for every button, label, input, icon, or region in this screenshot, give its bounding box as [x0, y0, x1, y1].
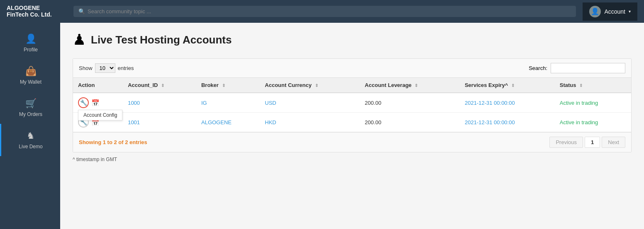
account-id-link[interactable]: 1001 [128, 119, 140, 125]
currency-cell: HKD [260, 113, 360, 132]
status-cell: Active in trading [555, 93, 631, 113]
col-action: Action [73, 78, 123, 93]
content-area: ♟ Live Test Hosting Accounts Show 10 25 … [60, 23, 644, 229]
action-cell: 🔧 📅 Account Config [73, 93, 123, 113]
pagination: Previous 1 Next [549, 137, 625, 148]
logo-name: ALGOGENE [7, 5, 52, 11]
currency-link[interactable]: HKD [265, 119, 276, 125]
action-icons: 🔧 📅 Account Config [78, 97, 118, 108]
expiry-value: 2021-12-31 00:00:00 [465, 119, 515, 125]
page-title-container: ♟ Live Test Hosting Accounts [73, 31, 632, 48]
leverage-cell: 200.00 [360, 113, 460, 132]
col-services-expiry[interactable]: Services Expiry^ ⇕ [460, 78, 555, 93]
main-layout: 👤 Profile 👜 My Wallet 🛒 My Orders ♞ Live… [0, 23, 644, 229]
account-id-link[interactable]: 1000 [128, 100, 140, 106]
expiry-cell: 2021-12-31 00:00:00 [460, 93, 555, 113]
sidebar-item-label: My Orders [19, 111, 42, 117]
search-label: Search: [529, 65, 547, 71]
live-demo-icon: ♞ [27, 130, 35, 141]
sidebar-item-my-orders[interactable]: 🛒 My Orders [0, 92, 60, 124]
search-bar[interactable]: 🔍 [73, 6, 576, 17]
showing-text: Showing 1 to 2 of 2 entries [79, 139, 147, 145]
sidebar-item-label: My Wallet [20, 79, 41, 85]
sort-arrows-currency: ⇕ [315, 83, 318, 88]
status-badge: Active in trading [560, 119, 598, 125]
table-search-input[interactable] [551, 63, 625, 73]
account-id-cell: 1000 [123, 93, 196, 113]
logo-subtitle: FinTech Co. Ltd. [7, 12, 52, 18]
footnote: ^ timestamp in GMT [73, 157, 632, 162]
col-account-leverage[interactable]: Account Leverage ⇕ [360, 78, 460, 93]
table-controls: Show 10 25 50 entries Search: [73, 59, 631, 78]
sidebar-item-label: Live Demo [19, 144, 42, 149]
next-button[interactable]: Next [602, 137, 625, 148]
orders-icon: 🛒 [25, 98, 37, 109]
currency-link[interactable]: USD [265, 100, 276, 106]
accounts-table: Action Account_ID ⇕ Broker ⇕ Account Cur… [73, 78, 631, 132]
sort-arrows-leverage: ⇕ [415, 83, 418, 88]
account-config-tooltip: Account Config [78, 110, 122, 121]
account-label: Account [604, 8, 625, 15]
account-id-cell: 1001 [123, 113, 196, 132]
table-row: 🔧 📅 Account Config 1000 IG USD 200.00 20… [73, 93, 631, 113]
broker-link[interactable]: IG [201, 100, 207, 106]
top-navigation: ALGOGENE FinTech Co. Ltd. 🔍 👤 Account ▾ [0, 0, 644, 23]
search-icon: 🔍 [78, 8, 85, 14]
status-badge: Active in trading [560, 100, 598, 106]
sort-arrows-expiry: ⇕ [511, 83, 515, 88]
expiry-cell: 2021-12-31 00:00:00 [460, 113, 555, 132]
sidebar-item-profile[interactable]: 👤 Profile [0, 27, 60, 59]
chevron-down-icon: ▾ [629, 9, 631, 14]
account-button[interactable]: 👤 Account ▾ [583, 2, 637, 21]
table-row: 🔧 📅 1001 ALGOGENE HKD 200.00 2021-12-31 … [73, 113, 631, 132]
wallet-icon: 👜 [25, 66, 37, 77]
col-broker[interactable]: Broker ⇕ [196, 78, 260, 93]
leverage-cell: 200.00 [360, 93, 460, 113]
sort-arrows-account-id: ⇕ [161, 83, 164, 88]
sidebar-item-live-demo[interactable]: ♞ Live Demo [0, 124, 60, 156]
sidebar: 👤 Profile 👜 My Wallet 🛒 My Orders ♞ Live… [0, 23, 60, 229]
table-search-control: Search: [529, 63, 625, 73]
entries-label: entries [118, 65, 134, 71]
profile-icon: 👤 [25, 34, 37, 44]
currency-cell: USD [260, 93, 360, 113]
sort-arrows-status: ⇕ [579, 83, 583, 88]
col-account-currency[interactable]: Account Currency ⇕ [260, 78, 360, 93]
broker-link[interactable]: ALGOGENE [201, 119, 232, 125]
logo: ALGOGENE FinTech Co. Ltd. [7, 5, 67, 18]
table-body: 🔧 📅 Account Config 1000 IG USD 200.00 20… [73, 93, 631, 132]
calendar-button[interactable]: 📅 [91, 99, 100, 107]
showing-range: 1 to 2 [103, 139, 117, 145]
showing-prefix: Showing [79, 139, 103, 145]
broker-cell: IG [196, 93, 260, 113]
page-1-button[interactable]: 1 [585, 137, 600, 148]
table-footer: Showing 1 to 2 of 2 entries Previous 1 N… [73, 132, 631, 152]
showing-suffix: of 2 entries [117, 139, 147, 145]
previous-button[interactable]: Previous [549, 137, 583, 148]
table-header: Action Account_ID ⇕ Broker ⇕ Account Cur… [73, 78, 631, 93]
search-input[interactable] [88, 8, 571, 14]
header-row: Action Account_ID ⇕ Broker ⇕ Account Cur… [73, 78, 631, 93]
broker-cell: ALGOGENE [196, 113, 260, 132]
expiry-value: 2021-12-31 00:00:00 [465, 100, 515, 106]
col-account-id[interactable]: Account_ID ⇕ [123, 78, 196, 93]
avatar: 👤 [589, 6, 601, 17]
config-button[interactable]: 🔧 [78, 97, 89, 108]
chess-icon: ♟ [73, 31, 86, 48]
accounts-table-container: Show 10 25 50 entries Search: [73, 58, 632, 152]
col-status[interactable]: Status ⇕ [555, 78, 631, 93]
page-title: Live Test Hosting Accounts [91, 34, 232, 46]
show-entries-control: Show 10 25 50 entries [79, 63, 134, 73]
status-cell: Active in trading [555, 113, 631, 132]
sidebar-item-my-wallet[interactable]: 👜 My Wallet [0, 59, 60, 92]
sidebar-item-label: Profile [24, 47, 38, 53]
entries-select[interactable]: 10 25 50 [95, 63, 115, 73]
show-label: Show [79, 65, 93, 71]
sort-arrows-broker: ⇕ [222, 83, 225, 88]
